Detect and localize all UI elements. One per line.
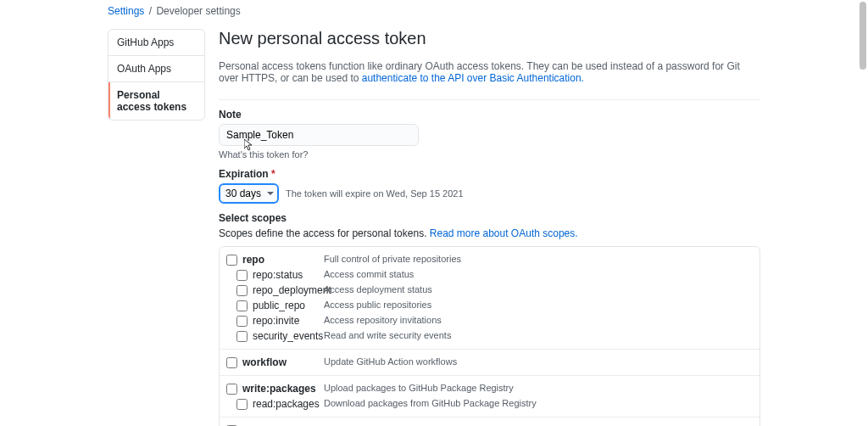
breadcrumb-current: Developer settings — [156, 5, 240, 17]
scope-checkbox[interactable] — [226, 357, 237, 368]
scopes-description: Scopes define the access for personal to… — [219, 227, 760, 239]
scope-checkbox[interactable] — [226, 384, 237, 395]
scope-name: workflow — [242, 356, 324, 368]
scope-name: read:packages — [253, 398, 324, 410]
scopes-list: repoFull control of private repositories… — [219, 246, 760, 426]
scrollbar-thumb[interactable] — [860, 2, 866, 70]
breadcrumb-settings-link[interactable]: Settings — [108, 5, 144, 17]
scope-desc: Access commit status — [324, 269, 414, 279]
intro-text: Personal access tokens function like ord… — [219, 60, 760, 84]
page-title: New personal access token — [219, 29, 760, 48]
intro-auth-link[interactable]: authenticate to the API over Basic Authe… — [362, 72, 584, 84]
breadcrumb-separator: / — [149, 5, 152, 17]
scope-name: public_repo — [253, 300, 324, 311]
scope-name: security_events — [253, 330, 324, 342]
scope-desc: Access repository invitations — [324, 315, 442, 325]
expiration-hint: The token will expire on Wed, Sep 15 202… — [286, 188, 464, 199]
sidebar-item-oauth-apps[interactable]: OAuth Apps — [108, 56, 204, 82]
sidebar-item-personal-access-tokens[interactable]: Personal access tokens — [108, 82, 204, 120]
scope-name: repo:invite — [253, 315, 324, 327]
note-input[interactable] — [219, 124, 419, 146]
note-hint: What's this token for? — [219, 149, 760, 160]
scope-desc: Update GitHub Action workflows — [324, 356, 457, 367]
scope-checkbox[interactable] — [236, 285, 248, 296]
expiration-select[interactable]: 30 days — [219, 183, 279, 204]
scope-name: repo_deployment — [253, 284, 324, 296]
breadcrumb: Settings / Developer settings — [108, 5, 760, 29]
scope-checkbox[interactable] — [236, 399, 248, 410]
scope-name: repo — [242, 254, 324, 266]
scope-desc: Download packages from GitHub Package Re… — [324, 398, 537, 408]
sidebar-item-github-apps[interactable]: GitHub Apps — [108, 30, 204, 56]
scope-desc: Full control of private repositories — [324, 254, 461, 264]
scope-checkbox[interactable] — [236, 316, 248, 327]
scopes-heading: Select scopes — [219, 212, 760, 224]
scope-desc: Read and write security events — [324, 330, 451, 340]
scope-desc: Access public repositories — [324, 300, 431, 310]
expiration-label: Expiration * — [219, 168, 760, 180]
note-label: Note — [219, 109, 760, 121]
scope-desc: Upload packages to GitHub Package Regist… — [324, 383, 514, 393]
scope-checkbox[interactable] — [236, 270, 248, 281]
required-asterisk: * — [271, 168, 275, 180]
scope-checkbox[interactable] — [236, 300, 248, 311]
scope-checkbox[interactable] — [226, 255, 237, 266]
scope-checkbox[interactable] — [236, 331, 248, 342]
scope-name: write:packages — [242, 383, 324, 395]
scope-name: repo:status — [253, 269, 324, 281]
sidebar-menu: GitHub Apps OAuth Apps Personal access t… — [108, 29, 205, 121]
scopes-learn-more-link[interactable]: Read more about OAuth scopes. — [430, 227, 578, 239]
scope-desc: Access deployment status — [324, 284, 432, 294]
